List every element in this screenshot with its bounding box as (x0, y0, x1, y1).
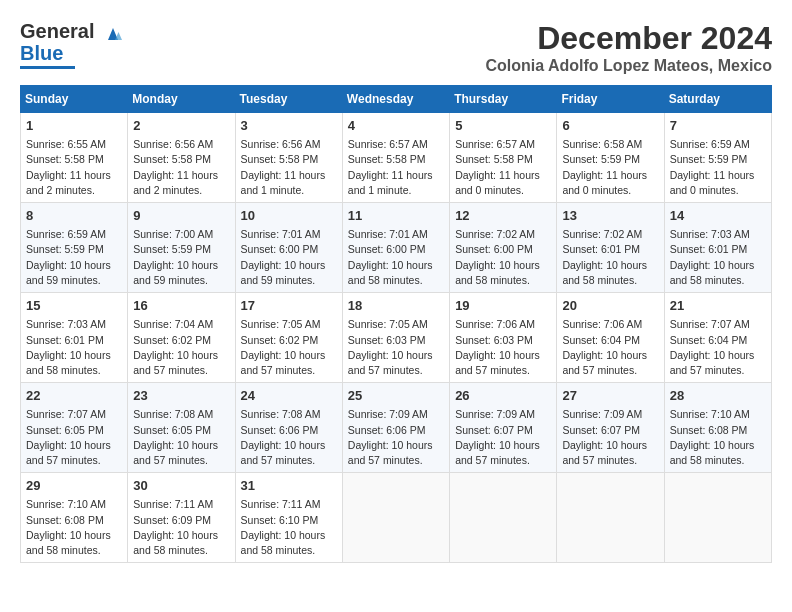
calendar-cell: 21 Sunrise: 7:07 AM Sunset: 6:04 PM Dayl… (664, 293, 771, 383)
cell-content: Sunrise: 6:56 AM Sunset: 5:58 PM Dayligh… (133, 137, 229, 198)
day-number: 15 (26, 297, 122, 315)
cell-content: Sunrise: 7:03 AM Sunset: 6:01 PM Dayligh… (670, 227, 766, 288)
cell-content: Sunrise: 6:55 AM Sunset: 5:58 PM Dayligh… (26, 137, 122, 198)
day-number: 19 (455, 297, 551, 315)
day-number: 2 (133, 117, 229, 135)
cell-content: Sunrise: 6:57 AM Sunset: 5:58 PM Dayligh… (348, 137, 444, 198)
col-header-saturday: Saturday (664, 86, 771, 113)
day-number: 27 (562, 387, 658, 405)
calendar-cell: 17 Sunrise: 7:05 AM Sunset: 6:02 PM Dayl… (235, 293, 342, 383)
day-number: 17 (241, 297, 337, 315)
calendar-cell: 16 Sunrise: 7:04 AM Sunset: 6:02 PM Dayl… (128, 293, 235, 383)
calendar-cell (664, 473, 771, 563)
day-number: 18 (348, 297, 444, 315)
calendar-cell: 24 Sunrise: 7:08 AM Sunset: 6:06 PM Dayl… (235, 383, 342, 473)
day-number: 8 (26, 207, 122, 225)
day-number: 25 (348, 387, 444, 405)
calendar-cell: 4 Sunrise: 6:57 AM Sunset: 5:58 PM Dayli… (342, 113, 449, 203)
calendar-cell: 31 Sunrise: 7:11 AM Sunset: 6:10 PM Dayl… (235, 473, 342, 563)
calendar-cell: 27 Sunrise: 7:09 AM Sunset: 6:07 PM Dayl… (557, 383, 664, 473)
day-number: 29 (26, 477, 122, 495)
calendar-week-row: 15 Sunrise: 7:03 AM Sunset: 6:01 PM Dayl… (21, 293, 772, 383)
cell-content: Sunrise: 7:09 AM Sunset: 6:07 PM Dayligh… (455, 407, 551, 468)
cell-content: Sunrise: 7:11 AM Sunset: 6:10 PM Dayligh… (241, 497, 337, 558)
day-number: 20 (562, 297, 658, 315)
col-header-wednesday: Wednesday (342, 86, 449, 113)
cell-content: Sunrise: 7:04 AM Sunset: 6:02 PM Dayligh… (133, 317, 229, 378)
calendar-cell: 25 Sunrise: 7:09 AM Sunset: 6:06 PM Dayl… (342, 383, 449, 473)
cell-content: Sunrise: 7:09 AM Sunset: 6:07 PM Dayligh… (562, 407, 658, 468)
cell-content: Sunrise: 7:10 AM Sunset: 6:08 PM Dayligh… (670, 407, 766, 468)
day-number: 24 (241, 387, 337, 405)
calendar-week-row: 1 Sunrise: 6:55 AM Sunset: 5:58 PM Dayli… (21, 113, 772, 203)
cell-content: Sunrise: 7:01 AM Sunset: 6:00 PM Dayligh… (348, 227, 444, 288)
col-header-sunday: Sunday (21, 86, 128, 113)
day-number: 9 (133, 207, 229, 225)
cell-content: Sunrise: 7:08 AM Sunset: 6:05 PM Dayligh… (133, 407, 229, 468)
title-block: December 2024 Colonia Adolfo Lopez Mateo… (485, 20, 772, 75)
col-header-tuesday: Tuesday (235, 86, 342, 113)
day-number: 6 (562, 117, 658, 135)
calendar-table: SundayMondayTuesdayWednesdayThursdayFrid… (20, 85, 772, 563)
cell-content: Sunrise: 6:57 AM Sunset: 5:58 PM Dayligh… (455, 137, 551, 198)
calendar-cell: 12 Sunrise: 7:02 AM Sunset: 6:00 PM Dayl… (450, 203, 557, 293)
cell-content: Sunrise: 7:05 AM Sunset: 6:03 PM Dayligh… (348, 317, 444, 378)
day-number: 14 (670, 207, 766, 225)
calendar-cell: 29 Sunrise: 7:10 AM Sunset: 6:08 PM Dayl… (21, 473, 128, 563)
calendar-week-row: 29 Sunrise: 7:10 AM Sunset: 6:08 PM Dayl… (21, 473, 772, 563)
day-number: 30 (133, 477, 229, 495)
calendar-cell: 30 Sunrise: 7:11 AM Sunset: 6:09 PM Dayl… (128, 473, 235, 563)
cell-content: Sunrise: 7:07 AM Sunset: 6:05 PM Dayligh… (26, 407, 122, 468)
calendar-cell: 6 Sunrise: 6:58 AM Sunset: 5:59 PM Dayli… (557, 113, 664, 203)
day-number: 26 (455, 387, 551, 405)
calendar-week-row: 22 Sunrise: 7:07 AM Sunset: 6:05 PM Dayl… (21, 383, 772, 473)
cell-content: Sunrise: 7:06 AM Sunset: 6:04 PM Dayligh… (562, 317, 658, 378)
calendar-cell: 8 Sunrise: 6:59 AM Sunset: 5:59 PM Dayli… (21, 203, 128, 293)
calendar-cell: 11 Sunrise: 7:01 AM Sunset: 6:00 PM Dayl… (342, 203, 449, 293)
calendar-cell: 1 Sunrise: 6:55 AM Sunset: 5:58 PM Dayli… (21, 113, 128, 203)
calendar-cell: 3 Sunrise: 6:56 AM Sunset: 5:58 PM Dayli… (235, 113, 342, 203)
calendar-cell: 7 Sunrise: 6:59 AM Sunset: 5:59 PM Dayli… (664, 113, 771, 203)
calendar-cell: 28 Sunrise: 7:10 AM Sunset: 6:08 PM Dayl… (664, 383, 771, 473)
calendar-cell: 22 Sunrise: 7:07 AM Sunset: 6:05 PM Dayl… (21, 383, 128, 473)
day-number: 16 (133, 297, 229, 315)
calendar-cell: 19 Sunrise: 7:06 AM Sunset: 6:03 PM Dayl… (450, 293, 557, 383)
logo-blue-text: Blue (20, 42, 63, 65)
day-number: 11 (348, 207, 444, 225)
calendar-cell: 20 Sunrise: 7:06 AM Sunset: 6:04 PM Dayl… (557, 293, 664, 383)
cell-content: Sunrise: 6:56 AM Sunset: 5:58 PM Dayligh… (241, 137, 337, 198)
day-number: 12 (455, 207, 551, 225)
cell-content: Sunrise: 6:58 AM Sunset: 5:59 PM Dayligh… (562, 137, 658, 198)
day-number: 1 (26, 117, 122, 135)
calendar-cell: 9 Sunrise: 7:00 AM Sunset: 5:59 PM Dayli… (128, 203, 235, 293)
day-number: 13 (562, 207, 658, 225)
logo-icon (102, 22, 124, 44)
cell-content: Sunrise: 7:11 AM Sunset: 6:09 PM Dayligh… (133, 497, 229, 558)
cell-content: Sunrise: 7:05 AM Sunset: 6:02 PM Dayligh… (241, 317, 337, 378)
day-number: 3 (241, 117, 337, 135)
calendar-cell: 10 Sunrise: 7:01 AM Sunset: 6:00 PM Dayl… (235, 203, 342, 293)
col-header-friday: Friday (557, 86, 664, 113)
location-subtitle: Colonia Adolfo Lopez Mateos, Mexico (485, 57, 772, 75)
cell-content: Sunrise: 7:09 AM Sunset: 6:06 PM Dayligh… (348, 407, 444, 468)
day-number: 4 (348, 117, 444, 135)
col-header-thursday: Thursday (450, 86, 557, 113)
calendar-cell (342, 473, 449, 563)
cell-content: Sunrise: 7:02 AM Sunset: 6:01 PM Dayligh… (562, 227, 658, 288)
cell-content: Sunrise: 7:10 AM Sunset: 6:08 PM Dayligh… (26, 497, 122, 558)
day-number: 23 (133, 387, 229, 405)
day-number: 22 (26, 387, 122, 405)
calendar-cell (450, 473, 557, 563)
calendar-cell: 26 Sunrise: 7:09 AM Sunset: 6:07 PM Dayl… (450, 383, 557, 473)
day-number: 28 (670, 387, 766, 405)
cell-content: Sunrise: 7:00 AM Sunset: 5:59 PM Dayligh… (133, 227, 229, 288)
calendar-cell (557, 473, 664, 563)
calendar-cell: 14 Sunrise: 7:03 AM Sunset: 6:01 PM Dayl… (664, 203, 771, 293)
day-number: 5 (455, 117, 551, 135)
cell-content: Sunrise: 7:06 AM Sunset: 6:03 PM Dayligh… (455, 317, 551, 378)
calendar-cell: 5 Sunrise: 6:57 AM Sunset: 5:58 PM Dayli… (450, 113, 557, 203)
day-number: 7 (670, 117, 766, 135)
cell-content: Sunrise: 7:01 AM Sunset: 6:00 PM Dayligh… (241, 227, 337, 288)
cell-content: Sunrise: 7:07 AM Sunset: 6:04 PM Dayligh… (670, 317, 766, 378)
calendar-cell: 13 Sunrise: 7:02 AM Sunset: 6:01 PM Dayl… (557, 203, 664, 293)
